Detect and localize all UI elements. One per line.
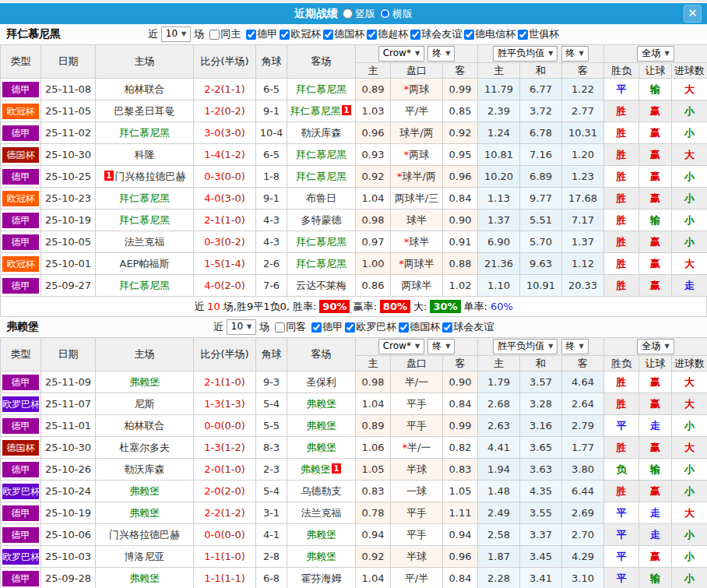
result-cell: 平 <box>604 415 639 437</box>
handicap-line-cell: 平手 <box>391 393 443 415</box>
handicap-result-cell: 赢 <box>639 231 672 253</box>
away-team-name: 布鲁日 <box>306 192 336 204</box>
league-label: 德甲 <box>322 320 343 334</box>
league-label: 德电信杯 <box>475 27 515 41</box>
result-cell: 平 <box>604 568 639 588</box>
draw-odds-cell: 3.55 <box>520 502 562 524</box>
same-venue-checkbox[interactable] <box>209 30 220 40</box>
home-team-name: 巴黎圣日耳曼 <box>114 105 175 117</box>
handicap-away-odds-cell: 0.90 <box>443 371 478 393</box>
league-checkbox[interactable] <box>464 30 474 40</box>
odds-time-select[interactable]: 终▼ <box>561 46 589 62</box>
match-row: 德甲25-10-05法兰克福0-3(0-2)4-3拜仁慕尼黑0.97*球半0.9… <box>1 231 707 253</box>
league-filter: 世俱杯 <box>518 27 559 41</box>
horizontal-layout-radio[interactable] <box>380 9 390 19</box>
halftime-score: (1-0) <box>220 551 244 562</box>
away-team-name: 法兰克福 <box>301 507 342 519</box>
handicap-line-cell: *两球半 <box>391 253 443 275</box>
home-team-cell: 柏林联合 <box>96 79 194 100</box>
vertical-layout-radio[interactable] <box>343 9 353 19</box>
league-filter: 德甲 <box>311 320 343 334</box>
col-header-eu-draw: 和 <box>520 63 562 79</box>
draw-odds-cell: 3.41 <box>520 568 562 588</box>
caret-down-icon: ▼ <box>181 28 186 40</box>
match-row: 德甲25-09-28弗赖堡1-1(1-1)6-8霍芬海姆1.04平/半0.842… <box>1 568 707 588</box>
handicap-time-select[interactable]: 终▼ <box>427 339 455 354</box>
league-cell: 德甲 <box>1 371 41 393</box>
home-win-odds-cell: 1.10 <box>478 275 520 297</box>
goals-result-cell: 大 <box>672 371 707 393</box>
league-checkbox[interactable] <box>399 322 409 333</box>
league-checkbox[interactable] <box>246 30 256 40</box>
odds-time-select[interactable]: 终▼ <box>561 339 589 354</box>
league-checkbox[interactable] <box>280 30 290 40</box>
match-row: 德甲25-11-09弗赖堡2-1(1-0)9-3圣保利0.98半/一0.901.… <box>1 371 707 393</box>
away-team-cell: 拜仁慕尼黑 <box>287 144 356 166</box>
col-header-type: 类型 <box>1 338 41 371</box>
recent-count-select[interactable]: 10▼ <box>227 319 256 335</box>
league-checkbox[interactable] <box>367 30 377 40</box>
scope-select[interactable]: 全场▼ <box>637 46 674 62</box>
handicap-away-odds-cell: 0.85 <box>443 100 478 122</box>
halftime-score: (1-0) <box>220 376 244 388</box>
league-checkbox[interactable] <box>323 30 333 40</box>
handicap-away-odds-cell: 0.96 <box>443 546 478 568</box>
same-venue-checkbox[interactable] <box>275 322 285 333</box>
away-team-cell: 勒沃库森 <box>287 122 356 144</box>
halftime-score: (1-0) <box>220 214 244 226</box>
same-venue-label: 同客 <box>286 320 306 334</box>
win-rate-badge: 90% <box>319 300 350 313</box>
away-team-cell: 云达不莱梅 <box>287 275 356 297</box>
handicap-time-value: 终 <box>432 48 441 59</box>
bookmaker-select[interactable]: Crow*▼ <box>378 339 424 354</box>
league-cell: 德甲 <box>1 209 41 231</box>
league-badge: 德甲 <box>2 278 39 294</box>
league-checkbox[interactable] <box>442 322 452 333</box>
score-cell: 0-0(0-0) <box>194 415 256 437</box>
bookmaker-select[interactable]: Crow*▼ <box>378 46 424 62</box>
goals-result-cell: 大 <box>672 253 707 275</box>
odds-group-header: 胜平负均值▼ 终▼ <box>478 338 604 356</box>
handicap-time-select[interactable]: 终▼ <box>427 46 455 62</box>
fulltime-score: 4-0 <box>204 280 220 291</box>
odds-time-value: 终 <box>566 340 575 352</box>
corners-cell: 4-3 <box>256 209 287 231</box>
league-checkbox[interactable] <box>345 322 355 333</box>
fulltime-score: 0-0 <box>204 420 220 431</box>
away-win-odds-cell: 1.12 <box>562 253 604 275</box>
col-header-eu-away: 客 <box>562 63 604 79</box>
league-checkbox[interactable] <box>410 30 420 40</box>
handicap-away-odds-cell: 0.90 <box>443 209 478 231</box>
handicap-line-cell: 一球 <box>391 481 443 502</box>
goals-result-cell: 小 <box>672 166 707 188</box>
caret-down-icon: ▼ <box>664 340 669 352</box>
corners-cell: 4-3 <box>256 231 287 253</box>
handicap-away-odds-cell: 0.92 <box>443 122 478 144</box>
handicap-home-odds-cell: 0.97 <box>356 231 391 253</box>
away-team-cell: 乌德勒支 <box>287 481 356 502</box>
handicap-line-cell: 球半/两 <box>391 122 443 144</box>
recent-count-select[interactable]: 10▼ <box>161 26 191 42</box>
big-rate-label: 大: <box>413 300 427 314</box>
corners-cell: 5-4 <box>256 481 287 502</box>
away-win-odds-cell: 2.77 <box>562 100 604 122</box>
scope-select[interactable]: 全场▼ <box>637 339 674 354</box>
home-team-name: 弗赖堡 <box>129 572 160 584</box>
result-group-header: 全场▼ <box>604 338 707 356</box>
goals-result-cell: 大 <box>672 79 707 100</box>
odds-type-select[interactable]: 胜平负均值▼ <box>493 339 558 354</box>
fulltime-score: 1-1 <box>204 551 220 562</box>
league-checkbox[interactable] <box>518 30 528 40</box>
league-cell: 德甲 <box>1 79 41 100</box>
handicap-line-cell: *球半 <box>391 231 443 253</box>
match-row: 欧冠杯25-10-01AEP帕福斯1-5(1-4)2-6拜仁慕尼黑1.00*两球… <box>1 253 707 275</box>
home-team-cell: 弗赖堡 <box>96 502 194 524</box>
odds-group-header: 胜平负均值▼ 终▼ <box>478 45 604 63</box>
odds-type-select[interactable]: 胜平负均值▼ <box>493 46 558 62</box>
handicap-home-odds-cell: 0.83 <box>356 481 391 502</box>
league-checkbox[interactable] <box>311 322 322 333</box>
halftime-score: (1-2) <box>220 442 244 453</box>
same-venue-filter: 同客 <box>275 320 306 334</box>
close-button[interactable]: ✕ <box>684 5 702 23</box>
away-win-odds-cell: 10.31 <box>562 122 604 144</box>
